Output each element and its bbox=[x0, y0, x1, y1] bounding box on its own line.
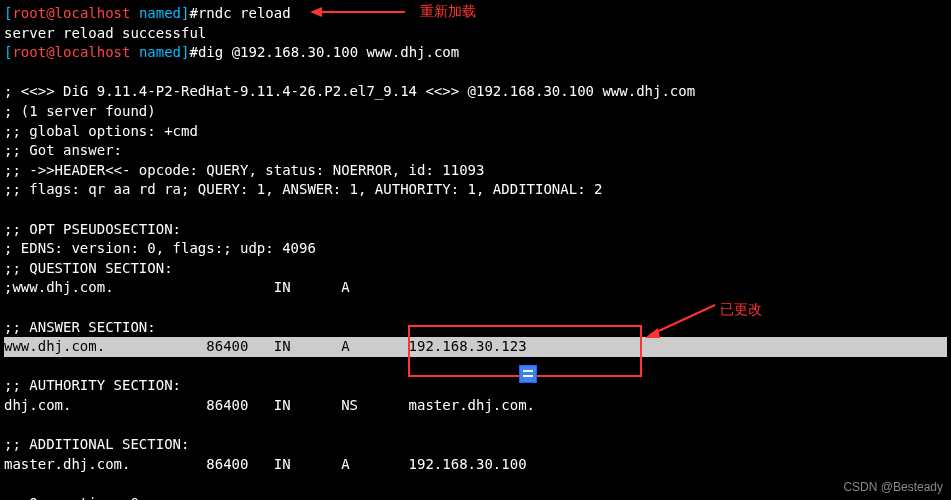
blank-6 bbox=[4, 474, 947, 494]
global-opts: ;; global options: +cmd bbox=[4, 122, 947, 142]
blank-5 bbox=[4, 415, 947, 435]
prompt-hash: # bbox=[189, 5, 197, 21]
question-record: ;www.dhj.com. IN A bbox=[4, 278, 947, 298]
blank-1 bbox=[4, 63, 947, 83]
svg-line-2 bbox=[650, 305, 715, 335]
authority-record: dhj.com. 86400 IN NS master.dhj.com. bbox=[4, 396, 947, 416]
flags-line: ;; flags: qr aa rd ra; QUERY: 1, ANSWER:… bbox=[4, 180, 947, 200]
svg-marker-1 bbox=[310, 7, 322, 17]
prompt-hash: # bbox=[189, 44, 197, 60]
annotation-changed: 已更改 bbox=[720, 300, 762, 320]
arrow-reload-icon bbox=[310, 4, 410, 20]
prompt-host: localhost bbox=[55, 44, 131, 60]
command-1: rndc reload bbox=[198, 5, 291, 21]
annotation-reload: 重新加载 bbox=[420, 2, 476, 22]
blank-2 bbox=[4, 200, 947, 220]
prompt-path: named bbox=[139, 44, 181, 60]
answer-record: www.dhj.com. 86400 IN A 192.168.30.123 bbox=[4, 337, 947, 357]
query-time: ;; Query time: 0 msec bbox=[4, 494, 947, 500]
prompt-host: localhost bbox=[55, 5, 131, 21]
reload-output: server reload successful bbox=[4, 24, 947, 44]
additional-section: ;; ADDITIONAL SECTION: bbox=[4, 435, 947, 455]
prompt-user: root bbox=[12, 44, 46, 60]
blank-4 bbox=[4, 357, 947, 377]
prompt-path: named bbox=[139, 5, 181, 21]
watermark: CSDN @Besteady bbox=[843, 479, 943, 496]
server-found: ; (1 server found) bbox=[4, 102, 947, 122]
prompt-line-2: [root@localhost named]#dig @192.168.30.1… bbox=[4, 43, 947, 63]
additional-record: master.dhj.com. 86400 IN A 192.168.30.10… bbox=[4, 455, 947, 475]
dig-header: ; <<>> DiG 9.11.4-P2-RedHat-9.11.4-26.P2… bbox=[4, 82, 947, 102]
prompt-user: root bbox=[12, 5, 46, 21]
svg-marker-3 bbox=[645, 328, 660, 338]
blank-3 bbox=[4, 298, 947, 318]
opt-section: ;; OPT PSEUDOSECTION: bbox=[4, 220, 947, 240]
command-2: dig @192.168.30.100 www.dhj.com bbox=[198, 44, 459, 60]
header-line: ;; ->>HEADER<<- opcode: QUERY, status: N… bbox=[4, 161, 947, 181]
got-answer: ;; Got answer: bbox=[4, 141, 947, 161]
prompt-at: @ bbox=[46, 44, 54, 60]
answer-section: ;; ANSWER SECTION: bbox=[4, 318, 947, 338]
clipboard-icon[interactable] bbox=[519, 365, 537, 383]
arrow-changed-icon bbox=[640, 300, 720, 340]
edns-line: ; EDNS: version: 0, flags:; udp: 4096 bbox=[4, 239, 947, 259]
authority-section: ;; AUTHORITY SECTION: bbox=[4, 376, 947, 396]
prompt-at: @ bbox=[46, 5, 54, 21]
question-section: ;; QUESTION SECTION: bbox=[4, 259, 947, 279]
